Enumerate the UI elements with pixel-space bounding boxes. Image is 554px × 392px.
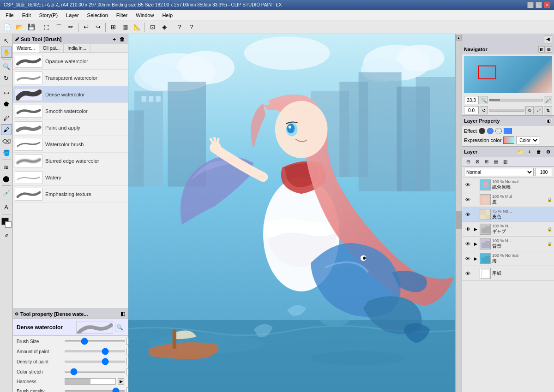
menu-story[interactable]: Story(P): [36, 12, 61, 19]
brush-smooth-watercolor[interactable]: Smooth watercolor: [13, 103, 128, 119]
scroll-thumb-v[interactable]: [456, 211, 462, 229]
toolbar-new[interactable]: 📄: [2, 22, 13, 33]
layer-expand-6[interactable]: ▶: [473, 256, 478, 261]
tab-india-ink[interactable]: India in...: [64, 44, 90, 53]
hardness-arrow[interactable]: ▶: [118, 378, 124, 385]
layer-row-gyab[interactable]: 👁 ▶ 100 % N… ギャブ 🔒: [462, 222, 554, 237]
sub-tool-add-btn[interactable]: +: [112, 36, 117, 42]
nav-flip-btn[interactable]: ⇌: [535, 106, 543, 114]
layer-combine-btn[interactable]: ⊞: [482, 158, 491, 166]
nav-angle-slider[interactable]: [489, 109, 524, 112]
layer-add-btn[interactable]: +: [525, 148, 534, 156]
move-tool-icon[interactable]: ✋: [1, 47, 12, 58]
nav-flip-v-btn[interactable]: ⇅: [544, 106, 552, 114]
pen-tool-icon[interactable]: 🖊: [1, 113, 12, 124]
hardness-track[interactable]: [65, 378, 116, 385]
layer-row-kawairo[interactable]: 👁 75 % No… 皮色: [462, 207, 554, 222]
layer-expand-5[interactable]: ▶: [473, 241, 478, 247]
tool-prop-expand-btn[interactable]: ◧: [120, 311, 126, 317]
brush-blurred-edge[interactable]: Blurred edge watercolor: [13, 153, 128, 169]
layer-row-kawa[interactable]: 👁 100 % Mul 皮 🔒: [462, 192, 554, 207]
brush-watercolor-brush[interactable]: Watercolor brush: [13, 136, 128, 153]
toolbar-undo[interactable]: ↩: [80, 22, 91, 33]
nav-zoom-in-btn[interactable]: 🔎: [544, 96, 552, 104]
density-paint-slider[interactable]: [65, 361, 125, 362]
brush-size-slider[interactable]: [65, 340, 125, 342]
toolbar-grid[interactable]: ▦: [120, 22, 131, 33]
tab-oil-paint[interactable]: Oil pai...: [39, 44, 64, 53]
color-fg-bg[interactable]: [1, 218, 12, 228]
brush-paint-apply[interactable]: Paint and apply: [13, 119, 128, 136]
layer-eye-6[interactable]: 👁: [464, 255, 471, 262]
brush-tool-icon[interactable]: 🖌: [1, 124, 12, 135]
maximize-btn[interactable]: □: [536, 2, 542, 8]
text-tool-icon[interactable]: A: [1, 202, 12, 213]
layer-row-togogeiko[interactable]: 👁 100 % Normal 統合原稿: [462, 178, 554, 192]
nav-zoom-out-btn[interactable]: 🔍: [480, 96, 488, 104]
brush-watery[interactable]: Watery: [13, 169, 128, 186]
menu-layer[interactable]: Layer: [62, 12, 83, 19]
navigator-angle-input[interactable]: [464, 106, 479, 114]
amount-paint-slider[interactable]: [65, 350, 125, 352]
expression-color-select[interactable]: Color: [516, 136, 539, 144]
layer-merge-btn[interactable]: ▤: [492, 158, 500, 166]
brush-dense-watercolor[interactable]: Dense watercolor: [13, 86, 128, 103]
nav-rotate-ccw-btn[interactable]: ↺: [480, 106, 488, 114]
eraser-tool-icon[interactable]: ⌫: [1, 136, 12, 147]
eyedropper-icon[interactable]: 💉: [1, 187, 12, 198]
layer-row-sea[interactable]: 👁 ▶ 100 % Normal 海: [462, 251, 554, 266]
color-mix-icon[interactable]: ⬤: [1, 173, 12, 184]
toolbar-color1[interactable]: ⊡: [147, 22, 158, 33]
canvas-area[interactable]: ↻ ⇌ 33.3 🔍 ⊡ 🔍 0.0 ▶: [128, 34, 455, 392]
effect-checker-circle[interactable]: [495, 128, 502, 134]
toolbar-select-rect[interactable]: ⬚: [41, 22, 52, 33]
toolbar-select-pen[interactable]: ✏: [65, 22, 76, 33]
toolbar-open[interactable]: 📂: [14, 22, 25, 33]
brush-density-slider[interactable]: [65, 390, 125, 392]
toolbar-color2[interactable]: ◈: [159, 22, 170, 33]
layer-flatten-btn[interactable]: ▥: [501, 158, 509, 166]
navigator-thumbnail[interactable]: [464, 56, 552, 93]
layer-del-btn[interactable]: 🗑: [535, 148, 543, 156]
blend-mode-select[interactable]: Normal: [464, 168, 534, 176]
tab-watercolor[interactable]: Waterc...: [13, 44, 39, 53]
navigator-view-box[interactable]: [478, 65, 496, 79]
cursor-tool-icon[interactable]: ↖: [1, 35, 12, 46]
menu-window[interactable]: Window: [132, 12, 157, 19]
toolbar-select-lasso[interactable]: ⌒: [53, 22, 64, 33]
brush-transparent-watercolor[interactable]: Transparent watercolor: [13, 70, 128, 86]
layer-eye-1[interactable]: 👁: [464, 181, 471, 189]
effect-color-rect[interactable]: [504, 128, 512, 134]
close-btn[interactable]: ×: [544, 2, 550, 8]
toolbar-transform[interactable]: ⊞: [108, 22, 119, 33]
selection-rect-icon[interactable]: ▭: [1, 87, 12, 98]
rotate-tool-icon[interactable]: ↻: [1, 72, 12, 83]
nav-btn-1[interactable]: ◧: [538, 46, 545, 53]
nav-rotate-cw-btn[interactable]: ↻: [525, 106, 534, 114]
scroll-up-btn[interactable]: ▲: [456, 35, 462, 41]
toolbar-save[interactable]: 💾: [26, 22, 37, 33]
menu-selection[interactable]: Selection: [84, 12, 112, 19]
canvas-content[interactable]: [128, 34, 455, 392]
menu-filter[interactable]: Filter: [113, 12, 131, 19]
layer-clip-btn[interactable]: ⊠: [473, 158, 482, 166]
expression-color-swatch[interactable]: [503, 137, 514, 144]
brush-opaque-watercolor[interactable]: Opaque watercolor: [13, 53, 128, 70]
titlebar-controls[interactable]: _ □ ×: [527, 2, 550, 8]
minimize-btn[interactable]: _: [527, 2, 534, 8]
color-stretch-slider[interactable]: [65, 371, 125, 373]
effect-black-circle[interactable]: [479, 128, 485, 134]
fill-tool-icon[interactable]: 🪣: [1, 147, 12, 158]
layer-eye-4[interactable]: 👁: [464, 226, 471, 233]
layer-row-background[interactable]: 👁 ▶ 100 % N… 背景 🔒: [462, 237, 554, 251]
sub-tool-del-btn[interactable]: 🗑: [118, 36, 126, 42]
menu-help[interactable]: Help: [158, 12, 176, 19]
layer-eye-7[interactable]: 👁: [464, 270, 471, 277]
layer-eye-3[interactable]: 👁: [464, 211, 471, 218]
canvas-scroll-v[interactable]: ▲ ▼: [455, 34, 462, 392]
layer-add-folder-btn[interactable]: 📁: [516, 148, 524, 156]
toolbar-help[interactable]: ?: [174, 22, 185, 33]
menu-file[interactable]: File: [2, 12, 18, 19]
layer-expand-4[interactable]: ▶: [473, 226, 478, 232]
navigator-zoom-input[interactable]: [464, 96, 479, 104]
